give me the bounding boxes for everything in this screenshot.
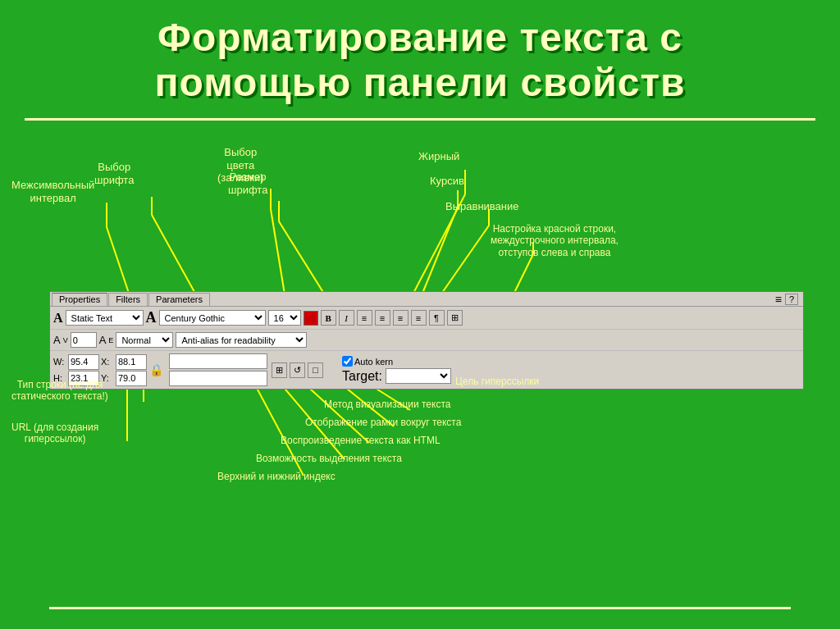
annotation-mezh: Межсимвольный интервал bbox=[11, 179, 94, 204]
x-input[interactable] bbox=[116, 354, 147, 370]
font-family-select[interactable]: Century Gothic bbox=[159, 310, 266, 326]
align-right-button[interactable]: ≡ bbox=[393, 310, 409, 326]
panel-row3: W: X: H: Y: 🔒 ⊞ ↺ □ bbox=[50, 351, 803, 389]
w-label: W: bbox=[53, 357, 66, 367]
tab-properties[interactable]: Properties bbox=[52, 293, 107, 306]
color-box[interactable] bbox=[304, 311, 318, 326]
y-input[interactable] bbox=[116, 371, 147, 386]
kern-input[interactable] bbox=[71, 332, 97, 348]
align-center-button[interactable]: ≡ bbox=[375, 310, 390, 326]
kern-icon: A bbox=[53, 334, 61, 346]
text-type-icon: A bbox=[53, 311, 63, 326]
title-area: Форматирование текста с помощью панели с… bbox=[0, 0, 840, 113]
bold-button[interactable]: B bbox=[321, 310, 336, 326]
bottom-divider bbox=[49, 607, 791, 609]
annotation-tsel: Цель гиперссылки bbox=[455, 376, 539, 387]
svg-line-6 bbox=[420, 207, 458, 299]
url-section bbox=[169, 353, 267, 386]
auto-kern-label[interactable]: Auto kern bbox=[342, 356, 451, 367]
panel-icon-expand: ≡ bbox=[775, 293, 782, 306]
annotation-zhirny: Жирный bbox=[418, 150, 459, 163]
annotation-url: URL (для создания гиперссылок) bbox=[11, 422, 98, 445]
svg-line-12 bbox=[436, 226, 489, 301]
target-select[interactable] bbox=[386, 368, 451, 384]
tab-parameters[interactable]: Parameters bbox=[148, 293, 210, 306]
kern-sub: V bbox=[63, 336, 68, 344]
indent-button[interactable]: ⊞ bbox=[447, 310, 463, 326]
target-label: Target: bbox=[342, 369, 382, 384]
title-line2: помощью панели свойств bbox=[154, 61, 685, 104]
annotation-razmer: Размер шрифта bbox=[228, 171, 267, 196]
url-input2[interactable] bbox=[169, 371, 267, 386]
auto-kern-text: Auto kern bbox=[354, 357, 393, 367]
annotation-kursiv: Курсив bbox=[430, 175, 464, 188]
url-btn2[interactable]: ↺ bbox=[290, 362, 305, 378]
annotation-metod: Метод визуализации текста bbox=[324, 399, 450, 410]
width-row: W: X: bbox=[53, 354, 147, 370]
target-row: Target: bbox=[342, 368, 451, 384]
right-options: Auto kern Target: bbox=[342, 356, 451, 384]
annotation-tip: Тип строки (не для статического текста!) bbox=[11, 379, 108, 403]
italic-button[interactable]: I bbox=[339, 310, 354, 326]
font-size-select[interactable]: 16 bbox=[268, 310, 301, 326]
panel-row1: A Static Text Dynamic Text Input Text A … bbox=[50, 307, 803, 330]
align-justify-button[interactable]: ≡ bbox=[411, 310, 427, 326]
annotation-nastroyka: Настройка красной строки, междустрочного… bbox=[491, 223, 619, 258]
lock-icon: 🔒 bbox=[149, 363, 163, 376]
title: Форматирование текста с помощью панели с… bbox=[25, 15, 815, 105]
font-icon: A bbox=[146, 309, 157, 326]
panel-help: ? bbox=[785, 294, 798, 305]
annotation-otobrazhenie: Отображение рамки вокруг текста bbox=[305, 417, 461, 428]
annotation-vyrav: Выравнивание bbox=[445, 200, 518, 213]
anti-alias-select[interactable]: Anti-alias for readability Anti-alias fo… bbox=[176, 332, 307, 348]
width-input[interactable] bbox=[68, 354, 99, 370]
annotation-verhniy: Верхний и нижний индекс bbox=[217, 471, 336, 482]
panel-tabs: Properties Filters Parameters ≡ ? bbox=[50, 292, 803, 307]
annotation-vozmozh: Возможность выделения текста bbox=[256, 453, 402, 464]
paragraph-button[interactable]: ¶ bbox=[429, 310, 445, 326]
url-input[interactable] bbox=[169, 353, 267, 369]
format-sub: E bbox=[108, 336, 113, 344]
annotation-vosproiz: Воспроизведение текста как HTML bbox=[281, 435, 441, 446]
auto-kern-checkbox[interactable] bbox=[342, 356, 353, 367]
url-btn1[interactable]: ⊞ bbox=[272, 362, 287, 378]
panel-row2: A V A E Normal Superscript Subscript Ant… bbox=[50, 330, 803, 351]
svg-line-0 bbox=[152, 215, 199, 299]
url-btn3[interactable]: □ bbox=[308, 362, 323, 378]
title-line1: Форматирование текста с bbox=[158, 16, 682, 59]
x-label: X: bbox=[101, 357, 114, 367]
svg-line-2 bbox=[271, 209, 285, 299]
title-divider bbox=[25, 118, 815, 121]
tab-filters[interactable]: Filters bbox=[108, 293, 148, 306]
page-background: Форматирование текста с помощью панели с… bbox=[0, 0, 840, 121]
align-left-button[interactable]: ≡ bbox=[357, 310, 372, 326]
annotation-vybor-shrifta: Выбор шрифта bbox=[94, 161, 134, 186]
text-type-select[interactable]: Static Text Dynamic Text Input Text bbox=[66, 310, 144, 326]
properties-panel: Properties Filters Parameters ≡ ? A Stat… bbox=[49, 291, 804, 390]
format-icon: A bbox=[99, 334, 107, 346]
format-select[interactable]: Normal Superscript Subscript bbox=[116, 332, 173, 348]
